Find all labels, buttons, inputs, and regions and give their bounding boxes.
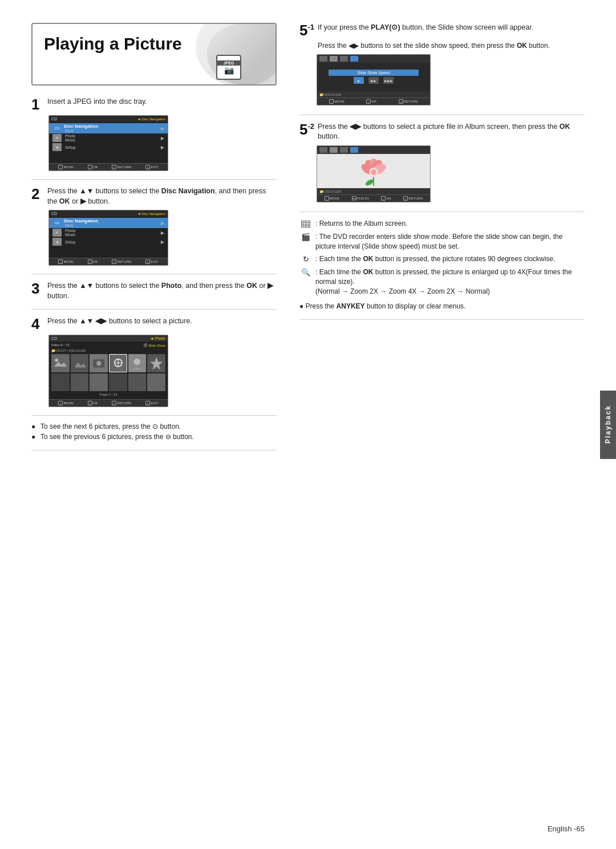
- sidebar-tab: Playback: [600, 391, 616, 459]
- note-camcorder: 🎬 : The DVD recorder enters slide show m…: [299, 232, 585, 251]
- svg-point-13: [371, 169, 376, 175]
- screen-1: CD ◄ Disc Navigation CD Disc Navigation …: [48, 115, 168, 171]
- step-2-text: Press the ▲▼ buttons to select the Disc …: [47, 186, 277, 206]
- step-1: 1 Insert a JPEG into the disc tray. CD ◄…: [31, 97, 277, 171]
- page-container: Playback Playing a Picture JPEG 📷: [0, 0, 616, 849]
- bullet-2-text: To see the previous 6 pictures, press th…: [40, 433, 194, 441]
- left-column: Playing a Picture JPEG 📷 1 Insert a JPEG…: [31, 23, 277, 815]
- bullet-notes: ● To see the next 6 pictures, press the …: [31, 423, 277, 441]
- step-3-number: 3: [31, 281, 47, 296]
- step-5-2: 5-2 Press the ◀▶ buttons to select a pic…: [299, 122, 585, 202]
- zoom-icon: 🔍: [299, 268, 312, 277]
- right-column: 5-1 If your press the PLAY(⊙) button, th…: [299, 23, 585, 815]
- page-footer: English -65: [548, 824, 585, 833]
- slideshow-opt-1: ▶: [354, 77, 364, 84]
- page-title: Playing a Picture: [44, 34, 264, 54]
- note-camcorder-text: : The DVD recorder enters slide show mod…: [315, 232, 585, 251]
- step-5-1-text: If your press the PLAY(⊙) button, the Sl…: [318, 23, 585, 33]
- step-1-number: 1: [31, 97, 47, 112]
- flower-image: [317, 154, 430, 188]
- flower-svg: [348, 155, 399, 186]
- bullet-2: ● To see the previous 6 pictures, press …: [31, 433, 277, 441]
- anykey-note: ● Press the ANYKEY button to display or …: [299, 302, 585, 310]
- step-5-2-number: 5-2: [299, 122, 315, 137]
- step-2: 2 Press the ▲▼ buttons to select the Dis…: [31, 186, 277, 266]
- step-4: 4 Press the ▲▼ ◀▶ buttons to select a pi…: [31, 316, 277, 407]
- camcorder-icon: 🎬: [299, 233, 312, 242]
- note-rotate: ↻ : Each time the OK button is pressed, …: [299, 254, 585, 264]
- slideshow-opt-3: ▶▶▶: [383, 77, 394, 84]
- step-5-1-subtext: Press the ◀▶ buttons to set the slide sh…: [318, 41, 585, 51]
- screen-2: CD ◄ Disc Navigation CD Disc Navigation …: [48, 210, 168, 266]
- step-4-text: Press the ▲▼ ◀▶ buttons to select a pict…: [47, 316, 277, 327]
- step-4-number: 4: [31, 316, 47, 331]
- note-rotate-text: : Each time the OK button is pressed, th…: [315, 254, 555, 264]
- step-5-1: 5-1 If your press the PLAY(⊙) button, th…: [299, 23, 585, 105]
- note-grid: : Returns to the Album screen.: [299, 219, 585, 229]
- step-3: 3 Press the ▲▼ buttons to select the Pho…: [31, 281, 277, 301]
- bullet-1: ● To see the next 6 pictures, press the …: [31, 423, 277, 430]
- rotate-icon: ↻: [299, 255, 312, 264]
- flower-screen: 📁 DSC01189 ↕MOVE 📷PHOTO ✓OK ↩RETURN: [317, 145, 431, 202]
- jpeg-icon: JPEG 📷: [216, 55, 241, 80]
- sidebar-label: Playback: [604, 405, 612, 444]
- svg-point-0: [55, 358, 58, 361]
- slideshow-screen: Slide Show Speed ▶ ▶▶ ▶▶▶ 📁 DSC01189 ↕MO…: [317, 54, 431, 105]
- title-box: Playing a Picture JPEG 📷: [31, 23, 277, 86]
- svg-point-6: [134, 358, 140, 364]
- step-5-2-text: Press the ◀▶ buttons to select a picture…: [318, 122, 585, 142]
- slideshow-label: 📁 DSC01189: [317, 91, 430, 98]
- slideshow-opt-2: ▶▶: [368, 77, 379, 84]
- grid-icon: [299, 220, 312, 229]
- step-3-text: Press the ▲▼ buttons to select the Photo…: [47, 281, 277, 301]
- note-zoom: 🔍 : Each time the OK button is pressed, …: [299, 267, 585, 296]
- notes-section: : Returns to the Album screen. 🎬 : The D…: [299, 219, 585, 310]
- step-2-number: 2: [31, 186, 47, 201]
- flower-label: 📁 DSC01189: [317, 188, 430, 194]
- note-grid-text: : Returns to the Album screen.: [315, 219, 407, 229]
- photo-grid-screen: CD ◄ Photo Index 6 / 73 🎬 Slide Show 📁 R…: [48, 335, 168, 407]
- main-content: Playing a Picture JPEG 📷 1 Insert a JPEG…: [31, 23, 585, 815]
- bullet-1-text: To see the next 6 pictures, press the ⊙ …: [40, 423, 181, 430]
- step-1-text: Insert a JPEG into the disc tray.: [47, 97, 277, 107]
- slideshow-title: Slide Show Speed: [329, 70, 419, 76]
- note-zoom-text: : Each time the OK button is pressed, th…: [315, 267, 585, 296]
- svg-point-2: [96, 361, 102, 366]
- step-5-1-number: 5-1: [299, 23, 315, 38]
